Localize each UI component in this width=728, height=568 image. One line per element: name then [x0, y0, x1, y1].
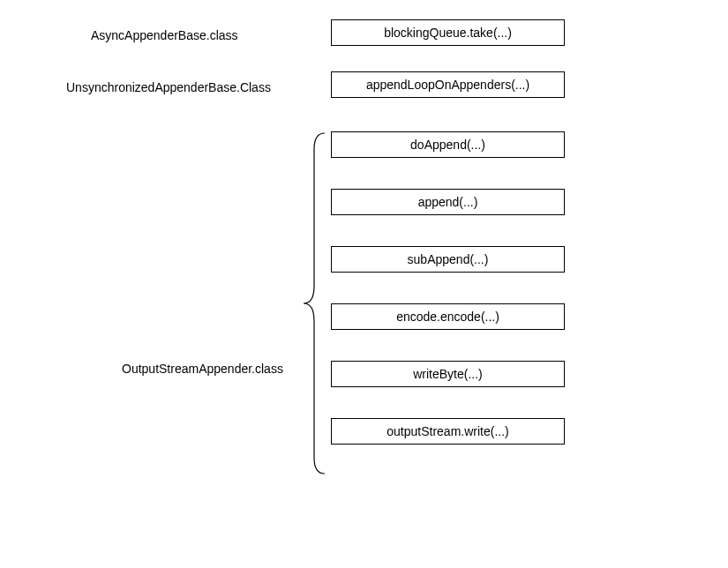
method-box-doappend: doAppend(...) — [331, 131, 565, 158]
method-text: blockingQueue.take(...) — [384, 26, 512, 40]
method-text: append(...) — [418, 195, 478, 209]
method-text: outputStream.write(...) — [387, 424, 509, 438]
method-box-outputstreamwrite: outputStream.write(...) — [331, 418, 565, 445]
method-text: subAppend(...) — [408, 252, 489, 266]
method-box-append: append(...) — [331, 189, 565, 215]
method-box-appendloop: appendLoopOnAppenders(...) — [331, 71, 565, 98]
method-box-writebyte: writeByte(...) — [331, 361, 565, 387]
method-text: doAppend(...) — [410, 138, 485, 152]
curly-brace-icon — [300, 131, 326, 475]
class-label-async: AsyncAppenderBase.class — [91, 28, 238, 42]
method-box-blockingqueue: blockingQueue.take(...) — [331, 19, 565, 46]
method-text: encode.encode(...) — [396, 310, 499, 324]
method-text: writeByte(...) — [413, 367, 483, 381]
class-label-unsync: UnsynchronizedAppenderBase.Class — [66, 80, 271, 94]
class-label-outputstream: OutputStreamAppender.class — [122, 362, 283, 376]
method-box-subappend: subAppend(...) — [331, 246, 565, 273]
method-text: appendLoopOnAppenders(...) — [366, 78, 529, 92]
method-box-encode: encode.encode(...) — [331, 303, 565, 330]
